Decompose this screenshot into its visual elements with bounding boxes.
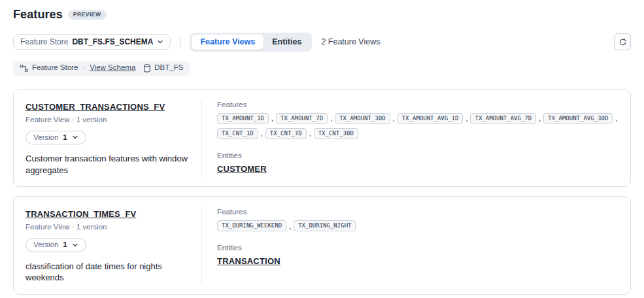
chevron-down-icon (72, 242, 78, 248)
breadcrumb-feature-store: Feature Store (32, 64, 78, 72)
page-header: Features PREVIEW (13, 8, 631, 22)
feature-chip: TX_AMOUNT_1D (217, 113, 269, 124)
database-icon (143, 64, 151, 73)
feature-view-description: classification of date times for nights … (25, 261, 190, 284)
feature-store-schema-icon (20, 64, 28, 73)
feature-chip: TX_DURING_NIGHT (294, 220, 356, 231)
preview-badge: PREVIEW (68, 10, 107, 20)
feature-chip: TX_AMOUNT_AVG_7D (470, 113, 536, 124)
feature-views-count: 2 Feature Views (321, 37, 380, 46)
feature-view-description: Customer transaction features with windo… (25, 153, 190, 176)
version-value: 1 (63, 241, 67, 249)
refresh-icon (619, 38, 627, 46)
feature-view-list: CUSTOMER_TRANSACTIONS_FV Feature View · … (13, 89, 631, 295)
feature-chip: TX_DURING_WEEKEND (217, 220, 286, 231)
card-summary: TRANSACTION_TIMES_FV Feature View · 1 ve… (14, 197, 201, 294)
toolbar-divider (180, 36, 180, 48)
card-summary: CUSTOMER_TRANSACTIONS_FV Feature View · … (14, 90, 201, 187)
entity-link-list: CUSTOMER (217, 164, 620, 174)
refresh-button[interactable] (614, 33, 631, 50)
features-page: Features PREVIEW Feature Store DBT_FS.FS… (0, 0, 644, 295)
view-schema-link[interactable]: View Schema (90, 64, 135, 72)
breadcrumb-separator: · (82, 64, 85, 72)
feature-store-dropdown-value: DBT_FS.FS_SCHEMA (72, 38, 153, 46)
version-label: Version (33, 134, 58, 142)
page-title: Features (13, 8, 63, 22)
entity-link[interactable]: CUSTOMER (217, 164, 267, 174)
breadcrumb: Feature Store · View Schema DBT_FS (13, 61, 190, 76)
feature-chip: TX_AMOUNT_30D (335, 113, 390, 124)
feature-chip: TX_AMOUNT_7D (276, 113, 328, 124)
version-selector[interactable]: Version 1 (25, 131, 86, 145)
feature-chip-list: TX_AMOUNT_1DTX_AMOUNT_7DTX_AMOUNT_30DTX_… (217, 113, 620, 139)
breadcrumb-database-name: DBT_FS (154, 64, 183, 72)
feature-chip: TX_AMOUNT_AVG_30D (543, 113, 613, 124)
card-details: Features TX_DURING_WEEKENDTX_DURING_NIGH… (202, 197, 630, 294)
features-section-label: Features (217, 101, 620, 108)
entity-link[interactable]: TRANSACTION (217, 256, 280, 266)
card-details: Features TX_AMOUNT_1DTX_AMOUNT_7DTX_AMOU… (202, 90, 630, 187)
toolbar: Feature Store DBT_FS.FS_SCHEMA Feature V… (13, 33, 631, 52)
feature-view-title-link[interactable]: CUSTOMER_TRANSACTIONS_FV (25, 102, 165, 112)
feature-store-dropdown[interactable]: Feature Store DBT_FS.FS_SCHEMA (13, 34, 171, 50)
breadcrumb-row: Feature Store · View Schema DBT_FS (13, 61, 631, 76)
feature-view-card-transaction-times: TRANSACTION_TIMES_FV Feature View · 1 ve… (13, 196, 631, 295)
version-label: Version (33, 241, 58, 249)
version-selector[interactable]: Version 1 (25, 238, 86, 252)
version-value: 1 (63, 134, 67, 142)
entities-section-label: Entities (217, 244, 620, 252)
tab-feature-views[interactable]: Feature Views (192, 35, 263, 50)
feature-view-subtitle: Feature View · 1 version (25, 116, 190, 124)
view-switcher: Feature Views Entities (190, 33, 312, 52)
feature-chip: TX_CNT_1D (217, 128, 258, 139)
breadcrumb-database: DBT_FS (143, 64, 183, 73)
feature-view-subtitle: Feature View · 1 version (25, 223, 190, 231)
chevron-down-icon (72, 134, 78, 141)
chevron-down-icon (157, 39, 163, 45)
entity-link-list: TRANSACTION (217, 256, 620, 266)
tab-entities[interactable]: Entities (263, 35, 310, 50)
entities-section-label: Entities (217, 152, 620, 159)
feature-chip: TX_CNT_30D (314, 128, 358, 139)
feature-view-title-link[interactable]: TRANSACTION_TIMES_FV (25, 209, 136, 219)
feature-chip: TX_CNT_7D (265, 128, 307, 139)
feature-store-dropdown-label: Feature Store (20, 38, 68, 46)
feature-view-card-customer-transactions: CUSTOMER_TRANSACTIONS_FV Feature View · … (13, 89, 631, 188)
feature-chip-list: TX_DURING_WEEKENDTX_DURING_NIGHT (217, 220, 620, 231)
feature-chip: TX_AMOUNT_AVG_1D (398, 113, 464, 124)
features-section-label: Features (217, 208, 620, 216)
